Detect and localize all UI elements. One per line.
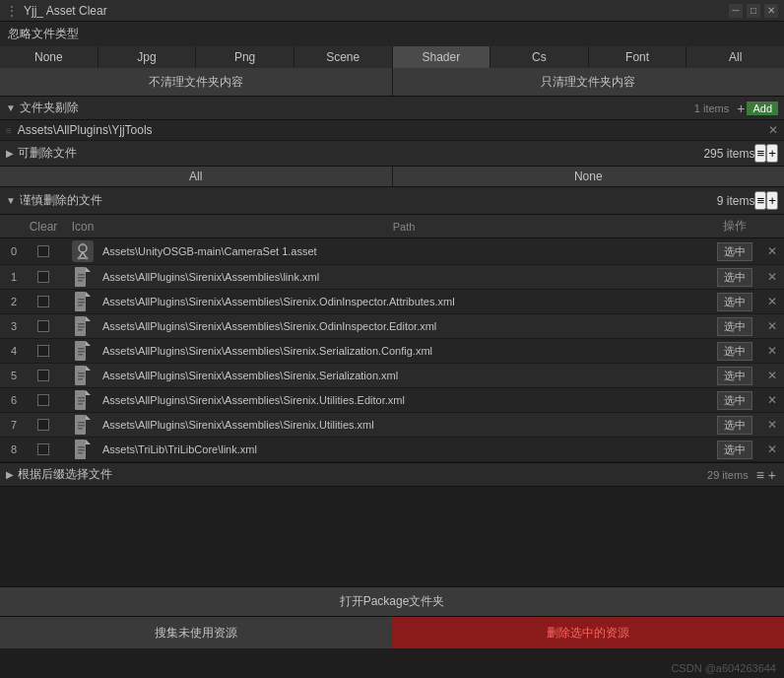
svg-marker-26 bbox=[86, 366, 91, 371]
svg-rect-13 bbox=[78, 302, 85, 304]
row-icon bbox=[63, 341, 102, 361]
filter-cs[interactable]: Cs bbox=[490, 46, 589, 68]
filter-shader[interactable]: Shader bbox=[393, 46, 491, 68]
table-row: 2 Assets\AllPlugins\Sirenix\Assemblies\S… bbox=[0, 290, 784, 314]
svg-marker-31 bbox=[86, 390, 91, 395]
svg-rect-33 bbox=[78, 400, 85, 402]
row-idx: 1 bbox=[4, 271, 24, 283]
remove-button[interactable]: ✕ bbox=[767, 418, 777, 432]
svg-marker-11 bbox=[86, 292, 91, 297]
filter-none[interactable]: None bbox=[0, 46, 98, 68]
svg-point-3 bbox=[86, 257, 89, 260]
select-button[interactable]: 选中 bbox=[717, 242, 752, 261]
row-idx: 5 bbox=[4, 370, 24, 381]
delete-btn[interactable]: 删除选中的资源 bbox=[392, 617, 784, 648]
row-checkbox[interactable] bbox=[37, 419, 49, 431]
remove-button[interactable]: ✕ bbox=[767, 442, 777, 456]
search-btn[interactable]: 搜集未使用资源 bbox=[0, 617, 392, 648]
remove-button[interactable]: ✕ bbox=[767, 393, 777, 407]
clear-btn[interactable]: 只清理文件夹内容 bbox=[393, 68, 785, 96]
row-path: Assets\AllPlugins\Sirenix\Assemblies\Sir… bbox=[102, 345, 705, 357]
row-checkbox[interactable] bbox=[37, 271, 49, 283]
row-checkbox[interactable] bbox=[37, 320, 49, 332]
folder-path: Assets\AllPlugins\YjjTools bbox=[18, 123, 768, 137]
filter-add-btn[interactable]: + bbox=[766, 467, 778, 483]
row-icon bbox=[63, 316, 102, 336]
row-icon bbox=[63, 390, 102, 410]
row-x: ✕ bbox=[764, 418, 780, 432]
deletable-settings-btn[interactable]: ≡ bbox=[754, 144, 766, 163]
row-checkbox[interactable] bbox=[37, 370, 49, 381]
remove-button[interactable]: ✕ bbox=[767, 270, 777, 284]
svg-marker-41 bbox=[86, 440, 91, 444]
remove-button[interactable]: ✕ bbox=[767, 319, 777, 333]
doc-icon bbox=[75, 341, 91, 361]
remove-button[interactable]: ✕ bbox=[767, 369, 777, 382]
careful-section: ▼ 谨慎删除的文件 9 items ≡ + Clear Icon Path 操作… bbox=[0, 187, 784, 462]
select-button[interactable]: 选中 bbox=[717, 441, 752, 459]
row-path: Assets\UnityOSGB-main\CameraSet 1.asset bbox=[102, 245, 705, 257]
table-header: Clear Icon Path 操作 bbox=[0, 215, 784, 238]
select-button[interactable]: 选中 bbox=[717, 317, 752, 336]
col-path-header: Path bbox=[102, 221, 705, 233]
svg-rect-8 bbox=[78, 277, 85, 279]
folder-remove-button[interactable]: ✕ bbox=[768, 123, 778, 137]
select-button[interactable]: 选中 bbox=[717, 293, 752, 311]
select-button[interactable]: 选中 bbox=[717, 268, 752, 287]
filter-all[interactable]: All bbox=[686, 46, 784, 68]
row-icon bbox=[63, 267, 102, 287]
table-row: 6 Assets\AllPlugins\Sirenix\Assemblies\S… bbox=[0, 388, 784, 413]
package-btn[interactable]: 打开Package文件夹 bbox=[0, 586, 784, 617]
remove-button[interactable]: ✕ bbox=[767, 344, 777, 358]
svg-rect-19 bbox=[78, 329, 83, 331]
table-row: 3 Assets\AllPlugins\Sirenix\Assemblies\S… bbox=[0, 314, 784, 339]
bottom-actions: 搜集未使用资源 删除选中的资源 bbox=[0, 617, 784, 648]
row-path: Assets\TriLib\TriLibCore\link.xml bbox=[102, 443, 705, 455]
doc-icon bbox=[75, 316, 91, 336]
add-button[interactable]: Add bbox=[747, 102, 778, 115]
close-button[interactable]: ✕ bbox=[764, 4, 778, 18]
select-button[interactable]: 选中 bbox=[717, 367, 752, 385]
title-dots-icon: ⋮ bbox=[6, 4, 18, 18]
row-clear bbox=[24, 296, 63, 307]
row-checkbox[interactable] bbox=[37, 245, 49, 257]
unclear-btn[interactable]: 不清理文件夹内容 bbox=[0, 68, 393, 96]
maximize-button[interactable]: □ bbox=[747, 4, 760, 18]
row-x: ✕ bbox=[764, 270, 780, 284]
row-checkbox[interactable] bbox=[37, 296, 49, 307]
filter-font[interactable]: Font bbox=[589, 46, 687, 68]
unity-icon bbox=[72, 240, 94, 262]
all-button[interactable]: All bbox=[0, 167, 393, 186]
svg-rect-14 bbox=[78, 305, 83, 306]
filter-png[interactable]: Png bbox=[196, 46, 294, 68]
svg-rect-23 bbox=[78, 351, 85, 353]
table-row: 4 Assets\AllPlugins\Sirenix\Assemblies\S… bbox=[0, 339, 784, 364]
select-button[interactable]: 选中 bbox=[717, 342, 752, 361]
row-checkbox[interactable] bbox=[37, 345, 49, 357]
filter-jpg[interactable]: Jpg bbox=[98, 46, 197, 68]
careful-add-btn[interactable]: + bbox=[766, 191, 778, 210]
careful-settings-btn[interactable]: ≡ bbox=[754, 191, 766, 210]
row-idx: 2 bbox=[4, 296, 24, 307]
svg-rect-44 bbox=[78, 452, 83, 454]
row-clear bbox=[24, 245, 63, 257]
none-button[interactable]: None bbox=[393, 167, 785, 186]
select-button[interactable]: 选中 bbox=[717, 391, 752, 410]
doc-icon bbox=[75, 440, 91, 459]
minimize-button[interactable]: ─ bbox=[729, 4, 743, 18]
filter-scene[interactable]: Scene bbox=[294, 46, 393, 68]
row-clear bbox=[24, 443, 63, 455]
folder-add-button[interactable]: + bbox=[735, 101, 747, 116]
folder-section-title: 文件夹剔除 bbox=[20, 100, 694, 116]
row-checkbox[interactable] bbox=[37, 443, 49, 455]
remove-button[interactable]: ✕ bbox=[767, 244, 777, 258]
bottom-section: 打开Package文件夹 搜集未使用资源 删除选中的资源 bbox=[0, 586, 784, 648]
select-button[interactable]: 选中 bbox=[717, 416, 752, 435]
filter-row: None Jpg Png Scene Shader Cs Font All bbox=[0, 46, 784, 68]
svg-rect-17 bbox=[78, 323, 85, 325]
remove-button[interactable]: ✕ bbox=[767, 295, 777, 308]
row-checkbox[interactable] bbox=[37, 394, 49, 406]
deletable-add-btn[interactable]: + bbox=[766, 144, 778, 163]
row-path: Assets\AllPlugins\Sirenix\Assemblies\lin… bbox=[102, 271, 705, 283]
filter-settings-btn[interactable]: ≡ bbox=[754, 467, 766, 483]
